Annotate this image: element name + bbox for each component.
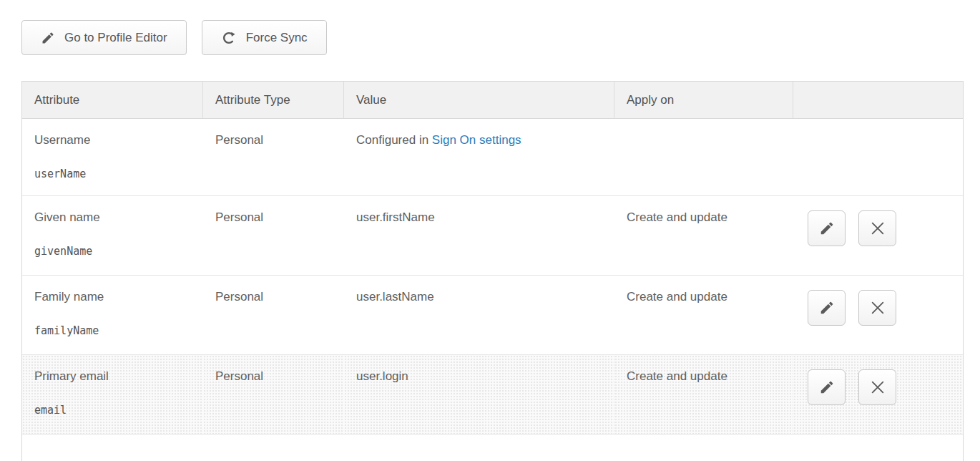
delete-attribute-button[interactable] — [858, 290, 896, 326]
value-text: Configured in — [356, 133, 432, 147]
delete-attribute-button[interactable] — [858, 210, 896, 246]
edit-attribute-button[interactable] — [808, 369, 846, 405]
apply-on-cell: Create and update — [614, 276, 793, 355]
go-to-profile-editor-button[interactable]: Go to Profile Editor — [21, 20, 187, 55]
close-icon — [870, 379, 886, 395]
row-actions — [808, 290, 956, 326]
edit-attribute-button[interactable] — [808, 210, 846, 246]
attribute-name: familyName — [34, 324, 196, 337]
close-icon — [870, 220, 886, 236]
force-sync-button[interactable]: Force Sync — [202, 20, 327, 55]
table-row-primary-email: Primary email email Personal user.login … — [22, 355, 963, 435]
apply-on-cell — [614, 119, 793, 196]
go-to-profile-editor-label: Go to Profile Editor — [64, 31, 167, 45]
header-attribute: Attribute — [22, 82, 203, 119]
row-actions — [808, 369, 956, 405]
table-row-username: Username userName Personal Configured in… — [22, 119, 963, 196]
apply-on-cell: Create and update — [614, 196, 793, 276]
header-actions — [793, 82, 963, 119]
close-icon — [870, 300, 886, 316]
apply-on-cell: Create and update — [614, 355, 793, 435]
header-apply-on: Apply on — [614, 82, 793, 119]
delete-attribute-button[interactable] — [858, 369, 896, 405]
table-row-given-name: Given name givenName Personal user.first… — [22, 196, 963, 276]
attribute-type-cell: Personal — [203, 355, 344, 435]
pencil-icon — [819, 379, 835, 395]
table-header: Attribute Attribute Type Value Apply on — [22, 82, 963, 119]
header-value: Value — [344, 82, 614, 119]
pencil-icon — [819, 220, 835, 236]
attribute-type-cell: Personal — [203, 276, 344, 355]
attribute-name: givenName — [34, 245, 196, 258]
table-row-partial — [22, 435, 963, 461]
row-actions — [808, 210, 956, 246]
attribute-label: Family name — [34, 290, 196, 304]
table-row-family-name: Family name familyName Personal user.las… — [22, 276, 963, 355]
header-attribute-type: Attribute Type — [203, 82, 344, 119]
sign-on-settings-link[interactable]: Sign On settings — [432, 133, 521, 147]
attribute-type-cell: Personal — [203, 119, 344, 196]
attribute-type-cell: Personal — [203, 196, 344, 276]
value-cell: user.login — [344, 355, 614, 435]
attribute-name: userName — [34, 168, 196, 180]
attribute-label: Username — [34, 133, 196, 147]
value-cell: user.firstName — [344, 196, 614, 276]
force-sync-label: Force Sync — [246, 31, 308, 45]
value-cell: user.lastName — [344, 276, 614, 355]
profile-mappings-page: Go to Profile Editor Force Sync Attribut… — [0, 0, 980, 461]
toolbar: Go to Profile Editor Force Sync — [21, 20, 980, 55]
edit-attribute-button[interactable] — [808, 290, 846, 326]
pencil-icon — [819, 300, 835, 316]
attribute-label: Primary email — [34, 369, 196, 384]
refresh-icon — [221, 30, 237, 46]
attribute-name: email — [34, 404, 196, 417]
attribute-mapping-table: Attribute Attribute Type Value Apply on … — [21, 81, 964, 461]
pencil-icon — [41, 31, 55, 45]
attribute-label: Given name — [34, 210, 196, 225]
